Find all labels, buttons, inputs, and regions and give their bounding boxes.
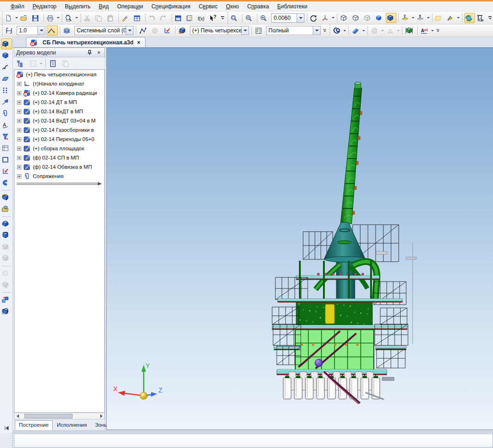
- tb-wedge-button[interactable]: [351, 25, 365, 36]
- dropdown-arrow-icon[interactable]: [412, 17, 414, 18]
- scale-combo-arrow-icon[interactable]: [37, 26, 45, 35]
- menu-10[interactable]: Библиотеки: [273, 2, 311, 11]
- tab-close-icon[interactable]: ×: [136, 39, 141, 46]
- dropdown-arrow-icon[interactable]: [40, 63, 43, 64]
- menu-5[interactable]: Операции: [113, 2, 147, 11]
- menu-1[interactable]: Файл: [6, 2, 29, 11]
- tree-item-12[interactable]: Сопряжения: [14, 172, 104, 181]
- side-report-button[interactable]: [1, 142, 12, 153]
- tb-shadededges-button[interactable]: [386, 13, 396, 23]
- tree-horizontal-scrollbar[interactable]: [14, 413, 105, 419]
- bottom-tab-1[interactable]: Построение: [15, 420, 53, 430]
- tree-expander-icon[interactable]: [17, 128, 21, 132]
- toolbar-grip[interactable]: [0, 25, 4, 37]
- tb-clipplane2-button[interactable]: [416, 13, 430, 23]
- tb-measgrid-button[interactable]: [4, 25, 15, 36]
- layer-combo-arrow-icon[interactable]: [126, 26, 133, 35]
- tb-polyline-button[interactable]: [138, 25, 149, 36]
- side-comptable-button[interactable]: [1, 306, 12, 317]
- tree-item-5[interactable]: (+) 02-14 ВхДТ в МП: [14, 107, 104, 116]
- side-anglemeas-button[interactable]: A: [1, 119, 12, 130]
- tb-redo-button[interactable]: [159, 13, 170, 23]
- tb-refresh-button[interactable]: [309, 13, 320, 23]
- component-combo-arrow-icon[interactable]: [241, 26, 249, 35]
- document-tab[interactable]: ! СБ Печь четырехсекционная.a3d ×: [26, 37, 146, 47]
- scrollbar-thumb[interactable]: [24, 414, 73, 418]
- tb-docblue-button[interactable]: [48, 58, 59, 68]
- toolbar-grip[interactable]: [0, 12, 4, 24]
- side-vector-button[interactable]: [1, 96, 12, 107]
- tb-zoomwin-button[interactable]: [244, 13, 255, 23]
- side-axescheck2-button[interactable]: [1, 166, 12, 177]
- tb-vars-button[interactable]: [174, 13, 184, 23]
- panel-close-icon[interactable]: ×: [95, 49, 103, 56]
- menu-9[interactable]: Справка: [243, 2, 273, 11]
- tree-item-11[interactable]: (ф) 02-14 Обвязка в МП: [14, 162, 104, 172]
- tb-normalto-button[interactable]: [446, 13, 460, 23]
- tb-paste-button[interactable]: [106, 13, 116, 23]
- menu-4[interactable]: Вид: [95, 2, 113, 11]
- scroll-right-icon[interactable]: [98, 413, 104, 419]
- tree-expander-icon[interactable]: [17, 137, 21, 141]
- tb-clipplane-button[interactable]: [401, 13, 415, 23]
- scale-combo[interactable]: 1.0: [17, 26, 45, 35]
- zoom-combo[interactable]: 0.0060: [271, 13, 304, 23]
- tb-dimcube-button[interactable]: [404, 25, 415, 36]
- scroll-left-icon[interactable]: [14, 413, 21, 419]
- side-shieldcube-button[interactable]: [1, 279, 12, 290]
- tree-item-6[interactable]: (+) 02-14 ВхДТ 03+04 в М: [14, 116, 104, 125]
- viewport-3d[interactable]: YXZ: [106, 48, 493, 430]
- tb-nohid-button[interactable]: [351, 13, 361, 23]
- dropdown-arrow-icon[interactable]: [381, 30, 384, 31]
- side-editmodel-button[interactable]: [1, 38, 12, 49]
- tree-item-2[interactable]: (т)Начало координат: [14, 79, 104, 88]
- bottom-tab-2[interactable]: Исполнения: [53, 420, 91, 430]
- side-addcomp-button[interactable]: [1, 294, 12, 305]
- display-combo[interactable]: Полный: [266, 26, 321, 35]
- toolbar-overflow-icon[interactable]: [322, 26, 327, 35]
- tb-undo-button[interactable]: [147, 13, 158, 23]
- side-face-button[interactable]: [1, 73, 12, 84]
- dropdown-arrow-icon[interactable]: [57, 17, 60, 18]
- tb-props-button[interactable]: [133, 13, 143, 23]
- tb-checklist-button[interactable]: [254, 25, 265, 36]
- tree-item-8[interactable]: (+) 02-14 Переходы 05+0: [14, 135, 104, 144]
- toolbar-overflow-icon[interactable]: [435, 26, 440, 35]
- tree-expander-icon[interactable]: [17, 91, 21, 95]
- tree-item-7[interactable]: (+) 02-14 Газосборники в: [14, 125, 104, 135]
- tb-layersic-button[interactable]: [62, 25, 73, 36]
- side-spline-button[interactable]: [1, 61, 12, 73]
- tb-swirl-button[interactable]: [332, 25, 347, 36]
- tb-axescheck-button[interactable]: [162, 25, 173, 36]
- tb-checklistg-button[interactable]: [28, 58, 43, 68]
- dropdown-arrow-icon[interactable]: [362, 30, 365, 31]
- menu-3[interactable]: Выделить: [61, 2, 94, 11]
- tb-snap-button[interactable]: [47, 25, 58, 36]
- dropdown-arrow-icon[interactable]: [75, 17, 78, 18]
- tree-expander-icon[interactable]: [17, 147, 21, 151]
- tb-print-button[interactable]: [46, 13, 60, 23]
- tb-spiral-button[interactable]: [370, 25, 384, 36]
- side-shell-button[interactable]: [1, 177, 12, 188]
- dropdown-arrow-icon[interactable]: [332, 17, 335, 18]
- dropdown-arrow-icon[interactable]: [457, 17, 460, 18]
- toolbar-overflow-icon[interactable]: [220, 13, 225, 23]
- side-movecube-button[interactable]: [1, 218, 12, 229]
- tb-lib-button[interactable]: ?: [185, 13, 196, 23]
- toolbar-overflow-icon[interactable]: [487, 13, 493, 23]
- tree-expander-icon[interactable]: [17, 110, 21, 114]
- layer-combo[interactable]: Системный слой (0): [74, 26, 134, 35]
- tb-dima-button[interactable]: A±1: [420, 25, 434, 36]
- side-newasm-button[interactable]: [1, 192, 12, 203]
- tb-brush-button[interactable]: [121, 13, 131, 23]
- tb-wire-button[interactable]: [339, 13, 350, 23]
- tb-doccopy-button[interactable]: [61, 58, 72, 68]
- tb-sketchpl-button[interactable]: [434, 13, 445, 23]
- compact-panel-expand-icon[interactable]: [4, 426, 9, 431]
- dropdown-arrow-icon[interactable]: [343, 30, 346, 31]
- tb-treeview-button[interactable]: [16, 58, 27, 68]
- dropdown-arrow-icon[interactable]: [431, 30, 434, 31]
- property-bar-grip[interactable]: [0, 433, 13, 448]
- tree-item-4[interactable]: (+) 02-14 ДТ в МП: [14, 98, 104, 107]
- tb-orient-button[interactable]: [321, 13, 335, 23]
